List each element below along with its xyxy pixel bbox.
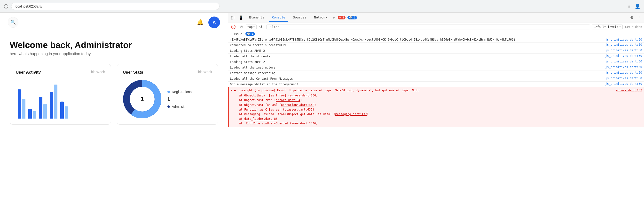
issues-label: 1 Issue: — [230, 32, 244, 36]
search-button[interactable]: 🔍 — [8, 17, 18, 28]
log-source-form[interactable]: js_primitives.dart:30 — [605, 76, 642, 80]
error-icon: ⊗ — [339, 16, 342, 19]
user-stats-body: 1 Registrations 1 Admission — [123, 80, 212, 119]
levels-dropdown-icon: ▾ — [619, 25, 621, 29]
bar-group-5 — [60, 101, 68, 119]
devtools-settings: ⚙ ⋮ — [629, 14, 642, 21]
top-dropdown-icon: ▾ — [253, 25, 255, 29]
devtools-secondary-toolbar: 🚫 ⊘ top ▾ 👁 Default levels ▾ 149 hidden — [228, 23, 644, 31]
console-filter-icon[interactable]: ⊘ — [239, 24, 244, 30]
bar-group-4 — [50, 84, 58, 119]
bar-light-2 — [33, 111, 36, 119]
log-entry-stats2: Loading Stats ADMS 2 js_primitives.dart:… — [228, 59, 644, 65]
log-entry-contact: Contact message refershing js_primitives… — [228, 70, 644, 76]
bar-blue-5 — [60, 101, 64, 119]
log-entry-stats1: Loading Stats ADMS 2 js_primitives.dart:… — [228, 48, 644, 54]
log-text-students: Loaded all the students — [230, 54, 603, 59]
stack-link-4[interactable]: classes.dart:635 — [284, 108, 312, 111]
avatar[interactable]: A — [208, 17, 220, 28]
log-entry-socket: connected to socket successfully. js_pri… — [228, 43, 644, 48]
bar-group-3 — [39, 97, 47, 119]
registrations-label: Registrations — [172, 90, 192, 94]
log-levels-select[interactable]: Default levels ▾ — [592, 25, 622, 29]
log-source-stats2[interactable]: js_primitives.dart:30 — [605, 60, 642, 63]
stack-link-2[interactable]: errors.dart:84 — [276, 98, 300, 102]
svg-text:1: 1 — [141, 96, 144, 102]
log-text-stats1: Loading Stats ADMS 2 — [230, 49, 603, 53]
donut-svg: 1 — [123, 80, 162, 119]
log-text-socket: connected to socket successfully. — [230, 43, 603, 47]
devtools-panel: ⬚ 📱 Elements Console Sources Network » ⊗… — [228, 13, 644, 224]
tab-network[interactable]: Network — [311, 14, 330, 22]
info-icon: i — [4, 4, 8, 9]
app-content: Welcome back, Administrator here whats h… — [0, 32, 228, 224]
top-context-select[interactable]: top ▾ — [246, 25, 256, 29]
log-source-instructors[interactable]: js_primitives.dart:30 — [605, 65, 642, 69]
bar-light-4 — [54, 84, 58, 119]
search-icon: 🔍 — [10, 20, 16, 25]
bar-light-5 — [65, 106, 68, 119]
log-text-contact: Contact message refershing — [230, 71, 603, 75]
devtools-gear-icon[interactable]: ⚙ — [629, 14, 634, 21]
error-block: ⊗ ▶ Uncaught (in promise) Error: Expecte… — [228, 87, 644, 127]
user-activity-card: User Activity This Week — [10, 64, 111, 125]
stack-line-5: at messaging.Payload._fromJsObject.get d… — [236, 112, 642, 117]
user-activity-period: This Week — [89, 70, 105, 74]
issues-badge[interactable]: 💬 1 — [246, 32, 255, 36]
bar-group-2 — [28, 109, 36, 119]
activity-chart — [16, 80, 105, 119]
stack-link-6[interactable]: data_loader.dart:83 — [244, 117, 278, 121]
legend-admission: Admission — [168, 105, 192, 108]
user-activity-card-header: User Activity This Week — [16, 70, 105, 75]
legend-registrations: Registrations — [168, 90, 192, 94]
bar-blue-1 — [18, 89, 21, 119]
log-source-contact[interactable]: js_primitives.dart:30 — [605, 71, 642, 74]
log-source-students[interactable]: js_primitives.dart:30 — [605, 54, 642, 58]
console-filter-input[interactable] — [266, 25, 590, 29]
console-log: fSX4PpXqBEW1WPVrZIlje_:APA91bEZskMRYBfJN… — [228, 37, 644, 224]
devtools-inspect-icon[interactable]: ⬚ — [230, 14, 236, 21]
log-entry-form: Loaded all the Contact Form Messages js_… — [228, 76, 644, 82]
devtools-toolbar: ⬚ 📱 Elements Console Sources Network » ⊗… — [228, 13, 644, 23]
stack-link-1[interactable]: errors.dart:236 — [290, 94, 316, 97]
bookmark-icon[interactable]: ☆ — [627, 4, 631, 9]
log-source-stats1[interactable]: js_primitives.dart:30 — [605, 49, 642, 52]
user-stats-card: User Stats This Week — [117, 64, 218, 125]
bar-blue-2 — [28, 109, 32, 119]
registrations-count: 1 — [168, 97, 192, 102]
stack-line-3: at Object.cast [as as] (operations.dart:… — [236, 103, 642, 107]
user-stats-card-header: User Stats This Week — [123, 70, 212, 75]
info-icon: 💬 — [349, 16, 354, 19]
notification-button[interactable]: 🔔 — [197, 19, 204, 26]
bar-blue-3 — [39, 97, 42, 119]
url-bar[interactable]: localhost:62537/#/ — [11, 3, 220, 10]
welcome-title: Welcome back, Administrator — [10, 40, 218, 50]
user-stats-title: User Stats — [123, 70, 143, 75]
console-eye-icon[interactable]: 👁 — [258, 24, 264, 30]
cards-row: User Activity This Week — [10, 64, 218, 125]
error-expand-icon[interactable]: ⊗ ▶ — [231, 88, 236, 93]
stack-link-3[interactable]: operations.dart:442 — [281, 103, 314, 107]
stack-link-7[interactable]: zone.dart:1546 — [292, 122, 316, 125]
devtools-dots-icon[interactable]: ⋮ — [636, 14, 642, 21]
console-clear-icon[interactable]: 🚫 — [230, 24, 237, 30]
log-source-foreground[interactable]: js_primitives.dart:30 — [605, 82, 642, 85]
stack-line-7: at _RootZone.runUnaryGuarded (zone.dart:… — [236, 121, 642, 126]
bar-light-1 — [22, 99, 26, 119]
stats-legend: Registrations 1 Admission — [168, 90, 192, 108]
donut-chart: 1 — [123, 80, 162, 119]
profile-icon[interactable]: 👤 — [635, 4, 640, 9]
error-summary: Uncaught (in promise) Error: Expected a … — [239, 89, 420, 92]
browser-action-icons: ☆ 👤 — [627, 4, 640, 9]
stack-line-1: at Object.throw_ [as throw] (errors.dart… — [236, 93, 642, 98]
tab-sources[interactable]: Sources — [290, 14, 309, 22]
log-source-socket[interactable]: js_primitives.dart:30 — [605, 43, 642, 46]
stack-link-5[interactable]: messaging.dart:137 — [335, 113, 367, 116]
log-source-token[interactable]: js_primitives.dart:30 — [605, 37, 642, 42]
welcome-subtitle: here whats happening in your application… — [10, 52, 218, 56]
devtools-more-button[interactable]: » — [332, 16, 336, 20]
tab-console[interactable]: Console — [269, 14, 288, 22]
error-summary-source[interactable]: errors.dart:187 — [616, 88, 642, 93]
tab-elements[interactable]: Elements — [246, 14, 267, 22]
devtools-device-icon[interactable]: 📱 — [238, 14, 244, 21]
